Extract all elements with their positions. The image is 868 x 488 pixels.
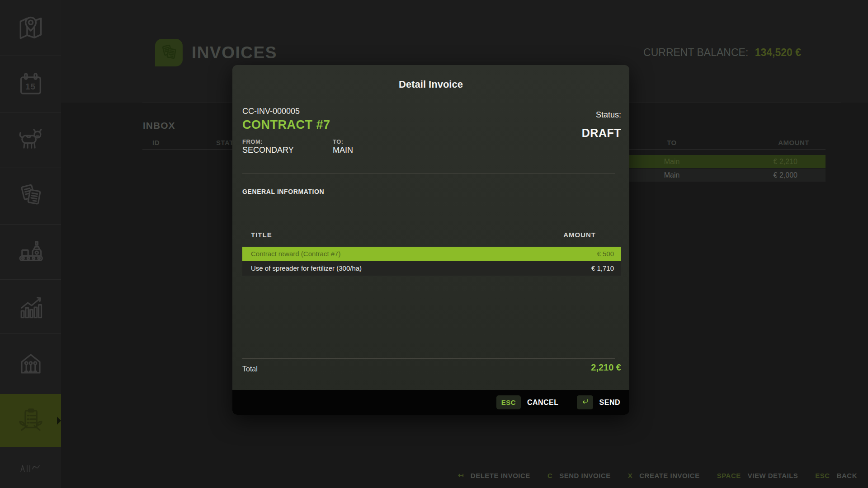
inbox-cell-amount: € 2,210 [721,155,797,168]
status-value: DRAFT [582,127,621,140]
table-column-amount: AMOUNT [563,231,596,239]
page-title: INVOICES [192,43,277,62]
hotkey-key: C [547,472,552,479]
invoices-screen: 15 [0,0,868,488]
esc-keycap: ESC [496,395,521,409]
hotkey-bar: ↤ DELETE INVOICE C SEND INVOICE X CREATE… [458,466,857,484]
sidebar-divider [0,333,61,334]
inbox-column-id: ID [152,139,160,146]
invoices-contract-icon [16,405,45,436]
inbox-cell-to: Main [646,155,697,168]
total-label: Total [242,365,258,373]
sidebar-divider [0,56,61,56]
sidebar-item-statistics[interactable] [0,292,61,324]
buildings-icon [16,349,45,380]
calendar-icon: 15 [16,70,45,99]
total-value: 2,210 € [591,362,621,373]
enter-keycap [577,395,593,409]
hotkey-label: VIEW DETAILS [748,472,798,479]
sidebar-item-calendar[interactable]: 15 [0,68,61,101]
hotkey-key: X [628,472,633,479]
inbox-cell-to: Main [646,169,697,182]
to-value: MAIN [333,145,353,155]
modal-title: Detail Invoice [232,79,629,90]
from-value: SECONDARY [242,145,294,155]
sidebar-item-partial[interactable] [0,462,61,488]
sidebar-divider [0,168,61,168]
hotkey-label: CREATE INVOICE [639,472,699,479]
line-item-title: Contract reward (Contract #7) [251,247,340,261]
calendar-day-label: 15 [25,82,36,92]
total-divider [242,358,615,359]
hotkey-key: ESC [815,472,830,479]
cow-icon [16,125,45,155]
documents-icon [16,180,45,211]
sidebar-divider [0,279,61,280]
hotkey-delete-invoice[interactable]: ↤ DELETE INVOICE [458,471,530,479]
sidebar-item-production[interactable] [0,236,61,268]
statistics-icon [16,293,45,324]
map-icon [16,14,45,44]
line-item-amount: € 500 [597,247,614,261]
table-header-divider [245,242,622,242]
sidebar-item-invoices[interactable] [0,394,61,447]
detail-invoice-modal: Detail Invoice CC-INV-000005 CONTRACT #7… [232,65,629,415]
sidebar-item-animals[interactable] [0,124,61,156]
balance-label: CURRENT BALANCE: [643,47,748,58]
line-item-amount: € 1,710 [591,261,614,276]
modal-divider [242,173,615,174]
hotkey-key: SPACE [717,472,741,479]
status-label: Status: [596,110,621,120]
hotkey-label: BACK [837,472,857,479]
hotkey-label: SEND INVOICE [559,472,611,479]
table-column-title: TITLE [251,231,272,239]
general-information-title: GENERAL INFORMATION [242,188,324,195]
from-label: FROM: [242,138,263,145]
invoice-line-item-selected[interactable]: Contract reward (Contract #7) € 500 [242,247,621,261]
hotkey-view-details[interactable]: SPACE VIEW DETAILS [717,472,798,479]
sidebar-item-documents[interactable] [0,179,61,212]
current-balance: CURRENT BALANCE: 134,520 € [643,47,801,59]
invoice-line-item[interactable]: Use of spreader for fertilizer (300/ha) … [242,261,621,276]
sidebar: 15 [0,0,61,488]
invoices-app-icon-tile [155,39,183,66]
cancel-button[interactable]: CANCEL [527,399,559,407]
modal-footer: ESC CANCEL SEND [232,390,629,415]
hotkey-create-invoice[interactable]: X CREATE INVOICE [628,472,700,479]
production-icon [16,237,45,267]
inbox-column-amount: AMOUNT [732,139,809,146]
to-label: TO: [333,138,344,145]
balance-value: 134,520 € [755,47,801,58]
send-button[interactable]: SEND [599,399,620,407]
inbox-cell-amount: € 2,000 [721,169,797,182]
inbox-title: INBOX [143,120,175,131]
sidebar-item-map[interactable] [0,13,61,45]
invoice-name: CONTRACT #7 [242,118,330,132]
partial-icon [17,462,44,488]
hotkey-send-invoice[interactable]: C SEND INVOICE [547,472,611,479]
invoices-documents-icon [159,42,179,64]
invoice-id: CC-INV-000005 [242,107,300,116]
hotkey-back[interactable]: ESC BACK [815,472,857,479]
line-item-title: Use of spreader for fertilizer (300/ha) [251,261,362,276]
hotkey-label: DELETE INVOICE [471,472,530,479]
sidebar-divider [0,113,61,113]
sidebar-divider [0,224,61,225]
delete-key-icon: ↤ [458,471,464,479]
enter-icon [580,397,590,408]
selected-item-arrow-icon [57,417,61,425]
sidebar-item-buildings[interactable] [0,348,61,381]
inbox-column-to: TO [646,139,697,146]
